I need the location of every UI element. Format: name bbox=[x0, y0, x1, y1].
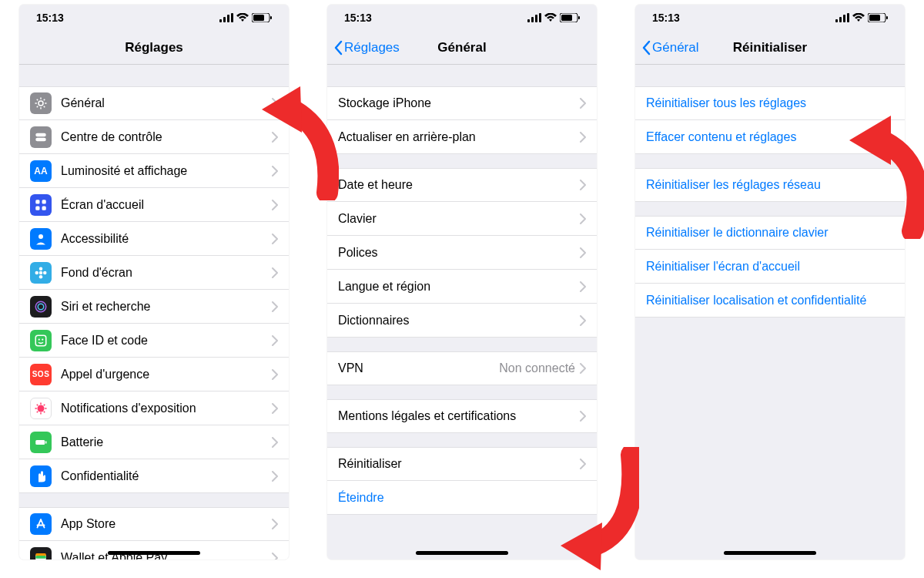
svg-rect-41 bbox=[847, 13, 849, 22]
list-item[interactable]: Stockage iPhone bbox=[327, 86, 597, 120]
list-item[interactable]: Général bbox=[19, 86, 289, 120]
settings-list[interactable]: GénéralCentre de contrôleAALuminosité et… bbox=[19, 65, 289, 560]
list-item[interactable]: Éteindre bbox=[327, 481, 597, 515]
svg-point-7 bbox=[38, 101, 43, 106]
list-item[interactable]: Réinitialiser le dictionnaire clavier bbox=[635, 216, 905, 250]
chevron-right-icon bbox=[272, 166, 278, 176]
list-item[interactable]: Accessibilité bbox=[19, 222, 289, 256]
svg-rect-26 bbox=[35, 440, 45, 445]
page-title: Réglages bbox=[19, 40, 289, 55]
status-bar: 15:13 bbox=[327, 5, 597, 31]
chevron-right-icon bbox=[272, 437, 278, 448]
list-item-label: Face ID et code bbox=[61, 334, 272, 348]
list-item-label: Mentions légales et certifications bbox=[338, 409, 580, 423]
chevron-right-icon bbox=[580, 281, 586, 292]
nav-bar: Réglages Général bbox=[327, 31, 597, 65]
svg-rect-6 bbox=[270, 16, 272, 19]
list-item[interactable]: Réinitialiser les réglages réseau bbox=[635, 168, 905, 202]
reset-list[interactable]: Réinitialiser tous les réglagesEffacer c… bbox=[635, 65, 905, 560]
group-gap bbox=[635, 202, 905, 216]
back-label: Général bbox=[652, 40, 698, 55]
list-item[interactable]: App Store bbox=[19, 507, 289, 541]
list-item[interactable]: Réinitialiser tous les réglages bbox=[635, 86, 905, 120]
svg-rect-36 bbox=[561, 15, 572, 21]
list-item-label: Réinitialiser les réglages réseau bbox=[646, 178, 894, 192]
wifi-icon bbox=[852, 13, 865, 22]
list-item[interactable]: Siri et recherche bbox=[19, 290, 289, 324]
svg-rect-38 bbox=[835, 19, 838, 22]
home-indicator[interactable] bbox=[108, 551, 200, 555]
list-item[interactable]: Actualiser en arrière-plan bbox=[327, 120, 597, 154]
list-item[interactable]: Notifications d'exposition bbox=[19, 391, 289, 425]
list-item-label: Dictionnaires bbox=[338, 314, 580, 328]
list-item-label: Confidentialité bbox=[61, 469, 272, 483]
chevron-right-icon bbox=[580, 459, 586, 469]
list-item[interactable]: AALuminosité et affichage bbox=[19, 154, 289, 188]
back-button[interactable]: Réglages bbox=[327, 40, 400, 55]
svg-rect-43 bbox=[869, 15, 880, 21]
list-item-label: Réinitialiser l'écran d'accueil bbox=[646, 260, 894, 274]
list-item[interactable]: Réinitialiser l'écran d'accueil bbox=[635, 250, 905, 284]
list-item[interactable]: Batterie bbox=[19, 425, 289, 459]
svg-rect-2 bbox=[227, 15, 229, 22]
list-item[interactable]: VPNNon connecté bbox=[327, 351, 597, 385]
wifi-icon bbox=[236, 13, 249, 22]
list-item-label: Réinitialiser tous les réglages bbox=[646, 96, 894, 110]
svg-rect-33 bbox=[535, 15, 537, 22]
list-item[interactable]: Dictionnaires bbox=[327, 304, 597, 338]
list-item[interactable]: Face ID et code bbox=[19, 324, 289, 358]
chevron-right-icon bbox=[580, 213, 586, 224]
wifi-icon bbox=[544, 13, 557, 22]
list-item[interactable]: Effacer contenu et réglages bbox=[635, 120, 905, 154]
chevron-right-icon bbox=[272, 519, 278, 529]
list-group: RéinitialiserÉteindre bbox=[327, 447, 597, 515]
back-button[interactable]: Général bbox=[635, 40, 698, 55]
chevron-right-icon bbox=[272, 98, 278, 109]
list-item[interactable]: Fond d'écran bbox=[19, 256, 289, 290]
svg-rect-31 bbox=[527, 19, 530, 22]
svg-point-21 bbox=[38, 304, 44, 310]
status-bar: 15:13 bbox=[635, 5, 905, 31]
group-gap bbox=[327, 154, 597, 168]
list-item[interactable]: Réinitialiser localisation et confidenti… bbox=[635, 284, 905, 318]
signal-icon bbox=[527, 13, 541, 22]
svg-rect-22 bbox=[35, 335, 46, 346]
list-item[interactable]: Écran d'accueil bbox=[19, 188, 289, 222]
list-item[interactable]: Clavier bbox=[327, 202, 597, 236]
list-item[interactable]: Wallet et Apple Pay bbox=[19, 541, 289, 560]
chevron-right-icon bbox=[272, 403, 278, 414]
general-list[interactable]: Stockage iPhoneActualiser en arrière-pla… bbox=[327, 65, 597, 560]
svg-rect-0 bbox=[219, 19, 222, 22]
list-item[interactable]: Langue et région bbox=[327, 270, 597, 304]
svg-rect-39 bbox=[839, 17, 842, 22]
chevron-right-icon bbox=[272, 132, 278, 143]
battery-icon bbox=[252, 13, 272, 22]
list-group: Réinitialiser tous les réglagesEffacer c… bbox=[635, 86, 905, 154]
svg-point-16 bbox=[39, 267, 43, 271]
chevron-right-icon bbox=[580, 411, 586, 422]
list-item[interactable]: Polices bbox=[327, 236, 597, 270]
chevron-right-icon bbox=[580, 363, 586, 374]
svg-point-23 bbox=[38, 338, 40, 340]
virus-icon bbox=[30, 398, 52, 419]
list-item-label: VPN bbox=[338, 361, 499, 375]
chevron-right-icon bbox=[272, 301, 278, 312]
svg-rect-40 bbox=[843, 15, 845, 22]
home-indicator[interactable] bbox=[724, 551, 816, 555]
list-item[interactable]: Réinitialiser bbox=[327, 447, 597, 481]
chevron-right-icon bbox=[272, 267, 278, 278]
aa-icon: AA bbox=[30, 160, 52, 182]
list-item-label: Appel d'urgence bbox=[61, 368, 272, 381]
list-item[interactable]: Date et heure bbox=[327, 168, 597, 202]
svg-rect-32 bbox=[531, 17, 534, 22]
home-indicator[interactable] bbox=[416, 551, 508, 555]
list-item[interactable]: Confidentialité bbox=[19, 459, 289, 493]
toggles-icon bbox=[30, 126, 52, 148]
chevron-right-icon bbox=[580, 180, 586, 190]
list-item[interactable]: Centre de contrôle bbox=[19, 120, 289, 154]
chevron-left-icon bbox=[641, 40, 651, 55]
siri-icon bbox=[30, 296, 52, 318]
list-item[interactable]: SOSAppel d'urgence bbox=[19, 358, 289, 391]
list-item[interactable]: Mentions légales et certifications bbox=[327, 399, 597, 433]
list-item-label: Réinitialiser bbox=[338, 457, 580, 471]
